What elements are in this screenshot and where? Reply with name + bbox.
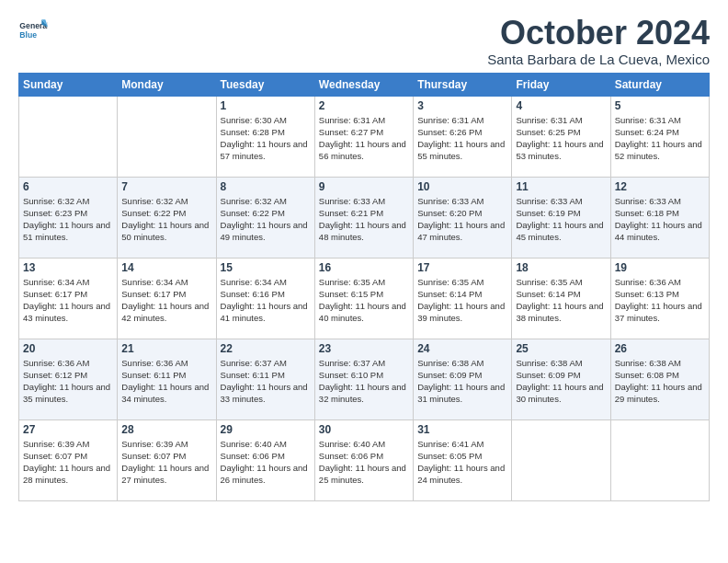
sunrise-label: Sunrise: 6:32 AM — [121, 196, 188, 206]
calendar-week-row: 13Sunrise: 6:34 AMSunset: 6:17 PMDayligh… — [19, 258, 710, 339]
day-number: 4 — [516, 99, 606, 112]
weekday-header-row: SundayMondayTuesdayWednesdayThursdayFrid… — [19, 73, 710, 96]
day-number: 14 — [121, 261, 211, 274]
sunset-label: Sunset: 6:07 PM — [23, 451, 87, 461]
day-number: 24 — [417, 342, 507, 355]
sunset-label: Sunset: 6:17 PM — [121, 289, 186, 299]
sunset-label: Sunset: 6:22 PM — [221, 208, 285, 218]
generalblue-logo-icon: General Blue — [18, 15, 48, 44]
calendar-cell: 31Sunrise: 6:41 AMSunset: 6:05 PMDayligh… — [414, 419, 512, 500]
daylight-label: Daylight: 11 hours and 48 minutes. — [319, 220, 406, 242]
day-info: Sunrise: 6:31 AMSunset: 6:27 PMDaylight:… — [319, 114, 409, 163]
sunrise-label: Sunrise: 6:35 AM — [417, 277, 483, 287]
sunrise-label: Sunrise: 6:41 AM — [417, 439, 483, 449]
day-number: 26 — [615, 342, 705, 355]
day-info: Sunrise: 6:32 AMSunset: 6:22 PMDaylight:… — [221, 195, 311, 244]
day-info: Sunrise: 6:35 AMSunset: 6:14 PMDaylight:… — [417, 276, 507, 325]
sunset-label: Sunset: 6:14 PM — [417, 289, 482, 299]
sunrise-label: Sunrise: 6:38 AM — [516, 358, 582, 368]
sunset-label: Sunset: 6:28 PM — [221, 127, 285, 137]
sunrise-label: Sunrise: 6:37 AM — [221, 358, 287, 368]
calendar-cell: 19Sunrise: 6:36 AMSunset: 6:13 PMDayligh… — [610, 258, 709, 339]
day-info: Sunrise: 6:33 AMSunset: 6:18 PMDaylight:… — [615, 195, 705, 244]
calendar-cell: 30Sunrise: 6:40 AMSunset: 6:06 PMDayligh… — [314, 419, 413, 500]
day-info: Sunrise: 6:33 AMSunset: 6:19 PMDaylight:… — [516, 195, 606, 244]
daylight-label: Daylight: 11 hours and 29 minutes. — [615, 382, 702, 404]
weekday-header-sunday: Sunday — [19, 73, 118, 96]
day-number: 31 — [417, 423, 507, 436]
day-info: Sunrise: 6:40 AMSunset: 6:06 PMDaylight:… — [221, 438, 311, 487]
day-number: 28 — [121, 423, 211, 436]
daylight-label: Daylight: 11 hours and 55 minutes. — [417, 139, 505, 161]
daylight-label: Daylight: 11 hours and 50 minutes. — [121, 220, 209, 242]
sunrise-label: Sunrise: 6:36 AM — [615, 277, 681, 287]
sunrise-label: Sunrise: 6:34 AM — [23, 277, 89, 287]
day-info: Sunrise: 6:36 AMSunset: 6:11 PMDaylight:… — [121, 357, 211, 406]
sunset-label: Sunset: 6:25 PM — [516, 127, 580, 137]
sunset-label: Sunset: 6:22 PM — [121, 208, 186, 218]
sunrise-label: Sunrise: 6:39 AM — [23, 439, 89, 449]
day-info: Sunrise: 6:38 AMSunset: 6:09 PMDaylight:… — [417, 357, 507, 406]
daylight-label: Daylight: 11 hours and 52 minutes. — [615, 139, 702, 161]
title-block: October 2024 Santa Barbara de La Cueva, … — [487, 15, 710, 67]
day-info: Sunrise: 6:38 AMSunset: 6:09 PMDaylight:… — [516, 357, 606, 406]
calendar-cell: 1Sunrise: 6:30 AMSunset: 6:28 PMDaylight… — [216, 96, 314, 177]
day-info: Sunrise: 6:32 AMSunset: 6:22 PMDaylight:… — [121, 195, 211, 244]
day-number: 8 — [221, 180, 311, 193]
calendar-cell: 15Sunrise: 6:34 AMSunset: 6:16 PMDayligh… — [216, 258, 314, 339]
day-info: Sunrise: 6:40 AMSunset: 6:06 PMDaylight:… — [319, 438, 409, 487]
day-info: Sunrise: 6:33 AMSunset: 6:20 PMDaylight:… — [417, 195, 507, 244]
sunset-label: Sunset: 6:12 PM — [23, 370, 87, 380]
svg-text:Blue: Blue — [19, 30, 37, 40]
calendar-cell: 12Sunrise: 6:33 AMSunset: 6:18 PMDayligh… — [610, 177, 709, 258]
day-info: Sunrise: 6:31 AMSunset: 6:26 PMDaylight:… — [417, 114, 507, 163]
sunset-label: Sunset: 6:14 PM — [516, 289, 580, 299]
daylight-label: Daylight: 11 hours and 24 minutes. — [417, 463, 505, 485]
weekday-header-saturday: Saturday — [610, 73, 709, 96]
sunrise-label: Sunrise: 6:36 AM — [121, 358, 188, 368]
day-number: 21 — [121, 342, 211, 355]
daylight-label: Daylight: 11 hours and 27 minutes. — [121, 463, 209, 485]
daylight-label: Daylight: 11 hours and 37 minutes. — [615, 301, 702, 323]
day-number: 17 — [417, 261, 507, 274]
daylight-label: Daylight: 11 hours and 32 minutes. — [319, 382, 406, 404]
daylight-label: Daylight: 11 hours and 34 minutes. — [121, 382, 209, 404]
calendar-cell: 29Sunrise: 6:40 AMSunset: 6:06 PMDayligh… — [216, 419, 314, 500]
calendar-cell: 27Sunrise: 6:39 AMSunset: 6:07 PMDayligh… — [19, 419, 118, 500]
day-info: Sunrise: 6:39 AMSunset: 6:07 PMDaylight:… — [121, 438, 211, 487]
day-number: 25 — [516, 342, 606, 355]
daylight-label: Daylight: 11 hours and 57 minutes. — [221, 139, 308, 161]
day-number: 16 — [319, 261, 409, 274]
sunset-label: Sunset: 6:09 PM — [516, 370, 580, 380]
sunrise-label: Sunrise: 6:31 AM — [319, 115, 385, 125]
calendar-cell: 22Sunrise: 6:37 AMSunset: 6:11 PMDayligh… — [216, 339, 314, 419]
calendar-cell — [118, 96, 216, 177]
header: General Blue October 2024 Santa Barbara … — [18, 15, 710, 67]
calendar-cell: 20Sunrise: 6:36 AMSunset: 6:12 PMDayligh… — [19, 339, 118, 419]
calendar-cell: 2Sunrise: 6:31 AMSunset: 6:27 PMDaylight… — [314, 96, 413, 177]
sunrise-label: Sunrise: 6:34 AM — [121, 277, 188, 287]
day-number: 19 — [615, 261, 705, 274]
sunset-label: Sunset: 6:19 PM — [516, 208, 580, 218]
sunset-label: Sunset: 6:11 PM — [121, 370, 186, 380]
logo: General Blue — [18, 15, 48, 44]
calendar-cell: 28Sunrise: 6:39 AMSunset: 6:07 PMDayligh… — [118, 419, 216, 500]
sunrise-label: Sunrise: 6:40 AM — [221, 439, 287, 449]
sunrise-label: Sunrise: 6:30 AM — [221, 115, 287, 125]
sunrise-label: Sunrise: 6:37 AM — [319, 358, 385, 368]
daylight-label: Daylight: 11 hours and 44 minutes. — [615, 220, 702, 242]
daylight-label: Daylight: 11 hours and 39 minutes. — [417, 301, 505, 323]
day-number: 22 — [221, 342, 311, 355]
sunrise-label: Sunrise: 6:33 AM — [417, 196, 483, 206]
daylight-label: Daylight: 11 hours and 41 minutes. — [221, 301, 308, 323]
day-info: Sunrise: 6:38 AMSunset: 6:08 PMDaylight:… — [615, 357, 705, 406]
day-number: 23 — [319, 342, 409, 355]
calendar-week-row: 20Sunrise: 6:36 AMSunset: 6:12 PMDayligh… — [19, 339, 710, 419]
sunset-label: Sunset: 6:09 PM — [417, 370, 482, 380]
calendar-table: SundayMondayTuesdayWednesdayThursdayFrid… — [18, 73, 710, 501]
sunrise-label: Sunrise: 6:33 AM — [516, 196, 582, 206]
daylight-label: Daylight: 11 hours and 53 minutes. — [516, 139, 603, 161]
daylight-label: Daylight: 11 hours and 35 minutes. — [23, 382, 110, 404]
calendar-cell: 26Sunrise: 6:38 AMSunset: 6:08 PMDayligh… — [610, 339, 709, 419]
sunrise-label: Sunrise: 6:36 AM — [23, 358, 89, 368]
